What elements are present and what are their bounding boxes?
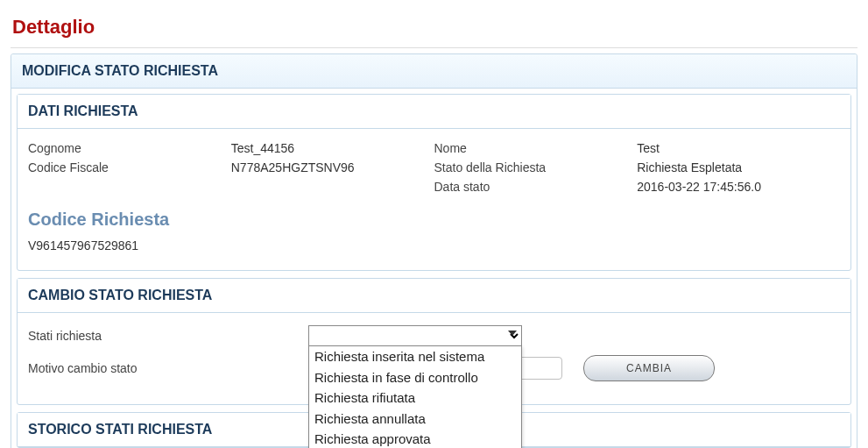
dropdown-option[interactable]: Richiesta annullata (309, 409, 521, 430)
panel-modifica-stato: MODIFICA STATO RICHIESTA DATI RICHIESTA … (11, 53, 857, 448)
panel-dati-richiesta: DATI RICHIESTA Cognome Test_44156 Nome T… (17, 94, 851, 271)
select-stati-richiesta[interactable] (308, 325, 522, 346)
dropdown-option[interactable]: Richiesta approvata (309, 429, 521, 448)
cambia-button[interactable]: CAMBIA (583, 355, 715, 381)
dropdown-option[interactable]: Richiesta rifiutata (309, 388, 521, 409)
value-stato-richiesta: Richiesta Espletata (637, 160, 840, 174)
panel-cambio-header: CAMBIO STATO RICHIESTA (18, 279, 850, 313)
label-nome: Nome (434, 141, 638, 155)
dropdown-option[interactable]: Richiesta inserita nel sistema (309, 346, 521, 367)
label-stato-richiesta: Stato della Richiesta (434, 160, 638, 174)
label-codice-fiscale: Codice Fiscale (28, 160, 231, 174)
value-data-stato: 2016-03-22 17:45:56.0 (637, 180, 840, 194)
dropdown-option[interactable]: Richiesta in fase di controllo (309, 367, 521, 388)
label-stati-richiesta: Stati richiesta (28, 329, 308, 343)
page-title: Dettaglio (11, 9, 857, 48)
subtitle-codice-richiesta: Codice Richiesta (28, 210, 840, 230)
value-codice-fiscale: N778A25HGZTSNV96 (231, 160, 434, 174)
panel-dati-header: DATI RICHIESTA (18, 95, 850, 129)
value-nome: Test (637, 141, 840, 155)
label-motivo: Motivo cambio stato (28, 361, 308, 375)
label-cognome: Cognome (28, 141, 231, 155)
panel-cambio-stato: CAMBIO STATO RICHIESTA Stati richiesta R… (17, 278, 851, 405)
label-data-stato: Data stato (434, 180, 638, 194)
value-cognome: Test_44156 (231, 141, 434, 155)
value-codice-richiesta: V961457967529861 (28, 238, 840, 252)
dropdown-popup-stati: Richiesta inserita nel sistema Richiesta… (308, 345, 522, 448)
panel-modifica-header: MODIFICA STATO RICHIESTA (11, 54, 857, 89)
